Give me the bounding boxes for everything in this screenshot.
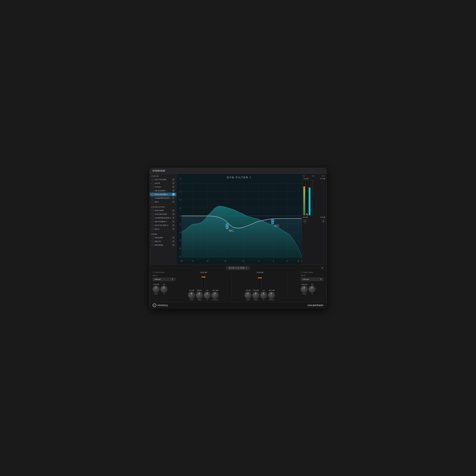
svg-text:-60: -60 [179,231,181,233]
bottom-panel-header: DYN FILTER I ✕ [153,266,323,270]
power-btn-dyn-filter1[interactable] [151,193,154,196]
power-btn-exciter[interactable] [151,209,154,212]
thresh2-knob[interactable] [268,292,275,299]
sidechain1-label: SIDE-CHAIN [155,272,165,273]
q3-knob[interactable] [260,292,267,299]
in-db-bottom: 0.0 dB [303,216,308,218]
freq2-label: FREQ [197,299,201,301]
q1-knob[interactable] [160,286,168,293]
power-btn-saturator[interactable] [151,213,154,215]
meter-out-power[interactable] [322,219,325,223]
close-button[interactable]: ✕ [321,266,323,270]
band2-controls: -10.40 dB -3.5 dB GAIN 3.78 kHz FREQ [244,272,275,301]
sidebar-item-gate[interactable]: GATE S [150,182,176,185]
s-badge-eq2: S [172,228,174,230]
sidebar-label-delay: DELAY [155,240,172,242]
thresh1-group: -29.7 dB THRESH [212,289,219,301]
power-btn-eq2[interactable] [151,228,154,230]
thresh1-knob[interactable] [212,292,219,299]
q4-group: 1.0 Q [308,283,316,294]
band1-sidechain: SIDE-CHAIN INPUT Internal ▼ 1.00 kHz FRE… [153,272,175,294]
sidebar: CLEAN CUT FILTER S GATE S PITCH S DE-ESS… [150,174,176,264]
q4-knob[interactable] [308,286,316,293]
overview-label: OVERVIEW [153,170,165,172]
s-badge-pitch: S [172,186,174,188]
freq4-knob[interactable] [301,286,308,293]
sidebar-item-delay[interactable]: DELAY S [150,239,176,243]
thresh2-label: THRESH [268,299,274,301]
svg-text:-90: -90 [179,255,181,258]
power-btn-imager[interactable] [151,237,154,239]
footer: ⊙ steinberg vocalchain [150,302,326,308]
fader2-thumb[interactable] [258,277,262,278]
power-btn-de-esser1[interactable] [151,189,154,192]
power-btn-de-esser2[interactable] [151,221,154,223]
sidebar-item-de-esser2[interactable]: DE-ESSER II S [150,220,176,223]
power-btn-compressor2[interactable] [151,217,154,219]
gain1-label: GAIN [190,299,193,301]
fader2-value: -10.40 dB [256,272,263,273]
q2-knob[interactable] [204,292,211,299]
main-layout: CLEAN CUT FILTER S GATE S PITCH S DE-ESS… [150,174,326,264]
power-btn-delay[interactable] [151,240,154,243]
sidebar-item-saturator[interactable]: SATURATOR S [150,212,176,216]
in-label: IN [303,175,305,177]
freq3-label: FREQ [254,299,258,301]
header-left: OVERVIEW [153,170,165,172]
sidebar-item-compressor2[interactable]: COMPRESSOR II S [150,216,176,220]
freq2-knob[interactable] [196,292,203,299]
fader2-track [258,274,261,288]
svg-text:-10: -10 [179,190,181,193]
steinberg-logo: ⊙ steinberg [153,303,168,307]
sidebar-item-dyn-filter1[interactable]: DYN FILTER I S [150,193,176,196]
q1-group: 1.0 Q [160,283,168,294]
q3-value: 1.2 [262,289,265,291]
svg-text:10k: 10k [297,260,299,262]
s-badge-imager: S [172,237,174,239]
gain2-knob[interactable] [244,292,252,299]
input3-dropdown[interactable]: Internal ▼ [301,278,323,281]
power-btn-cut-filter[interactable] [151,178,154,181]
power-btn-eq1[interactable] [151,201,154,203]
freq3-knob[interactable] [252,292,259,299]
sidechain3-power[interactable] [301,272,302,273]
fader1-track [202,274,204,288]
sidebar-item-dyn-filter2[interactable]: DYN FILTER II S [150,223,176,227]
power-btn-compressor1[interactable] [151,197,154,199]
vocalchain-label-plain: vocal [307,304,315,307]
plugin-name-badge: DYN FILTER I [226,266,250,270]
sidebar-item-de-esser1[interactable]: DE-ESSER I S [150,189,176,193]
sidebar-item-compressor1[interactable]: COMPRESSOR I S [150,196,176,200]
sidebar-item-exciter[interactable]: EXCITER S [150,209,176,212]
svg-point-55 [227,225,228,227]
freq1-value: 1.00 kHz [153,283,159,285]
sidebar-item-reverb[interactable]: REVERB S [150,243,176,247]
freq3-value: 3.78 kHz [253,289,259,291]
sidechain1-power[interactable] [153,272,154,273]
s-badge-saturator: S [172,213,174,215]
sidebar-item-eq2[interactable]: EQ II S [150,227,176,231]
sidebar-item-cut-filter[interactable]: CUT FILTER S [150,178,176,182]
sidebar-item-eq1[interactable]: EQ I S [150,200,176,204]
input1-dropdown[interactable]: Internal ▼ [153,278,175,281]
meter-in-power[interactable] [303,219,307,223]
s-badge-delay: S [172,240,174,242]
power-btn-reverb[interactable] [151,244,154,246]
vocalchain-logo: vocalchain [307,304,323,307]
band1-controls: -15.51 dB -6.1 dB GAIN 244 Hz FREQ [188,272,219,301]
thresh1-value: -29.7 dB [212,289,218,291]
power-btn-pitch[interactable] [151,186,154,188]
gain1-knob[interactable] [188,292,195,299]
svg-text:Dyn1.1: Dyn1.1 [229,229,234,232]
sidebar-item-pitch[interactable]: PITCH S [150,185,176,189]
power-btn-gate[interactable] [151,182,154,185]
fader1-thumb[interactable] [202,277,205,277]
s-badge-cut-filter: S [172,178,174,181]
freq1-knob[interactable] [153,286,160,293]
svg-text:500: 500 [242,260,244,262]
power-btn-dyn-filter2[interactable] [151,224,154,227]
sidebar-item-imager[interactable]: IMAGER S [150,236,176,239]
input1-value: Internal [154,278,161,280]
bottom-panel: DYN FILTER I ✕ SIDE-CHAIN INPUT Internal… [150,264,326,302]
sidebar-label-pitch: PITCH [155,186,172,188]
